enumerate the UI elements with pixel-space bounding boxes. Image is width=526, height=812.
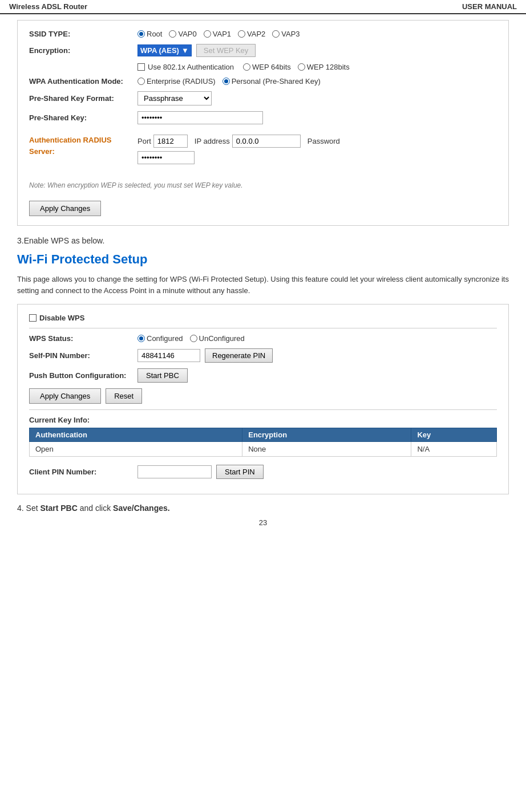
wps-unconfigured-radio[interactable]: UnConfigured <box>190 334 245 343</box>
set-wep-key-button[interactable]: Set WEP Key <box>196 44 256 57</box>
ssid-root-label: Root <box>147 30 162 38</box>
wps-status-label: WPS Status: <box>29 334 137 343</box>
use-8021x-row: Use 802.1x Authentication WEP 64bits WEP… <box>29 63 497 71</box>
port-label: Port <box>137 137 151 145</box>
radio-dot-wep128 <box>298 63 305 71</box>
reset-button[interactable]: Reset <box>106 388 142 404</box>
radio-dot-vap3 <box>272 30 280 38</box>
wpa-personal-label: Personal (Pre-Shared Key) <box>232 77 321 86</box>
table-header-enc: Encryption <box>242 428 411 442</box>
start-pin-button[interactable]: Start PIN <box>216 465 264 479</box>
wps-status-row: WPS Status: Configured UnConfigured <box>29 334 497 343</box>
wps-unconfigured-label: UnConfigured <box>199 334 245 343</box>
radius-ip-input[interactable] <box>232 135 301 148</box>
table-header-auth: Authentication <box>30 428 242 442</box>
wps-configured-label: Configured <box>147 334 183 343</box>
psk-key-input[interactable] <box>137 111 263 124</box>
page-number: 23 <box>17 518 509 527</box>
step4-text: 4. Set Start PBC and click Save/Changes. <box>17 504 509 513</box>
start-pbc-button[interactable]: Start PBC <box>137 368 188 383</box>
page-header: Wireless ADSL Router USER MANUAL <box>0 0 526 14</box>
psk-format-label: Pre-Shared Key Format: <box>29 94 137 103</box>
wep-128bits-radio[interactable]: WEP 128bits <box>298 63 350 71</box>
ssid-radio-vap1[interactable]: VAP1 <box>204 30 231 38</box>
client-pin-input[interactable] <box>137 465 212 478</box>
ssid-vap1-label: VAP1 <box>213 30 231 38</box>
header-right: USER MANUAL <box>462 2 517 11</box>
push-button-row: Push Button Configuration: Start PBC <box>29 368 497 383</box>
disable-wps-label: Disable WPS <box>39 314 84 322</box>
encryption-form-section: SSID TYPE: Root VAP0 VAP1 VAP2 <box>17 20 509 226</box>
psk-key-label: Pre-Shared Key: <box>29 113 137 122</box>
radio-dot-vap2 <box>238 30 245 38</box>
wpa-auth-row: WPA Authentication Mode: Enterprise (RAD… <box>29 77 497 86</box>
wps-status-radio-group: Configured UnConfigured <box>137 334 245 343</box>
radius-port-input[interactable] <box>153 135 188 148</box>
wps-configured-radio[interactable]: Configured <box>137 334 183 343</box>
save-changes-bold: Save/Changes. <box>113 504 170 513</box>
ssid-radio-root[interactable]: Root <box>137 30 162 38</box>
table-cell-auth: Open <box>30 442 242 457</box>
ip-label: IP address <box>195 137 230 145</box>
psk-key-row: Pre-Shared Key: <box>29 111 497 124</box>
table-header-row: Authentication Encryption Key <box>30 428 497 442</box>
start-pbc-bold: Start PBC <box>40 504 77 513</box>
encryption-select[interactable]: WPA (AES) ▼ <box>137 44 192 56</box>
self-pin-input[interactable] <box>137 349 200 362</box>
dropdown-arrow-icon: ▼ <box>181 46 189 55</box>
ssid-vap3-label: VAP3 <box>281 30 300 38</box>
push-button-label: Push Button Configuration: <box>29 371 137 380</box>
header-left: Wireless ADSL Router <box>9 2 87 11</box>
current-key-table: Authentication Encryption Key Open None … <box>29 428 497 457</box>
use-8021x-label: Use 802.1x Authentication <box>148 63 234 71</box>
radio-dot-configured <box>137 335 145 342</box>
disable-wps-checkbox[interactable]: Disable WPS <box>29 314 84 322</box>
ssid-vap2-label: VAP2 <box>247 30 265 38</box>
ssid-radio-vap2[interactable]: VAP2 <box>238 30 265 38</box>
client-pin-row: Client PIN Number: Start PIN <box>29 465 497 479</box>
radio-dot-enterprise <box>137 78 145 85</box>
wps-title: Wi-Fi Protected Setup <box>17 252 509 267</box>
wep-128bits-label: WEP 128bits <box>307 63 350 71</box>
wep-64bits-label: WEP 64bits <box>252 63 291 71</box>
self-pin-row: Self-PIN Number: Regenerate PIN <box>29 348 497 363</box>
radius-fields: Port IP address Password <box>137 135 342 164</box>
current-key-label: Current Key Info: <box>29 416 497 424</box>
wpa-enterprise-radio[interactable]: Enterprise (RADIUS) <box>137 77 216 86</box>
wps-description: This page allows you to change the setti… <box>17 274 509 296</box>
table-cell-enc: None <box>242 442 411 457</box>
encryption-row: Encryption: WPA (AES) ▼ Set WEP Key <box>29 44 497 57</box>
apply-changes-button-2[interactable]: Apply Changes <box>29 388 101 404</box>
checkbox-disable-wps <box>29 314 37 322</box>
ssid-radio-vap3[interactable]: VAP3 <box>272 30 300 38</box>
table-cell-key: N/A <box>411 442 497 457</box>
wps-apply-reset-row: Apply Changes Reset <box>29 388 497 404</box>
wpa-personal-radio[interactable]: Personal (Pre-Shared Key) <box>222 77 321 86</box>
radio-dot-unconfigured <box>190 335 197 342</box>
page-body: SSID TYPE: Root VAP0 VAP1 VAP2 <box>0 14 526 538</box>
disable-wps-row: Disable WPS <box>29 314 497 322</box>
client-pin-label: Client PIN Number: <box>29 468 137 476</box>
radius-server-label: Authentication RADIUS Server: <box>29 135 137 157</box>
password-label: Password <box>307 137 340 145</box>
wep-64bits-radio[interactable]: WEP 64bits <box>243 63 291 71</box>
radio-dot-vap0 <box>169 30 176 38</box>
divider-1 <box>29 328 497 328</box>
radio-dot-personal <box>222 78 230 85</box>
table-header-key: Key <box>411 428 497 442</box>
apply-changes-button-1[interactable]: Apply Changes <box>29 201 101 216</box>
wpa-auth-label: WPA Authentication Mode: <box>29 77 137 86</box>
use-8021x-checkbox[interactable]: Use 802.1x Authentication <box>137 63 234 71</box>
ssid-radio-vap0[interactable]: VAP0 <box>169 30 196 38</box>
radio-dot-root <box>137 30 145 38</box>
ssid-vap0-label: VAP0 <box>178 30 196 38</box>
radius-server-row: Authentication RADIUS Server: Port IP ad… <box>29 135 497 164</box>
step3-label: 3.Enable WPS as below. <box>17 236 509 245</box>
radius-password-input[interactable] <box>137 151 195 164</box>
psk-format-row: Pre-Shared Key Format: Passphrase <box>29 91 497 105</box>
psk-format-select[interactable]: Passphrase <box>137 91 212 105</box>
ssid-type-label: SSID TYPE: <box>29 30 137 38</box>
regenerate-pin-button[interactable]: Regenerate PIN <box>205 348 273 363</box>
ssid-type-radio-group: Root VAP0 VAP1 VAP2 VAP3 <box>137 30 300 38</box>
note-text: Note: When encryption WEP is selected, y… <box>29 181 497 189</box>
